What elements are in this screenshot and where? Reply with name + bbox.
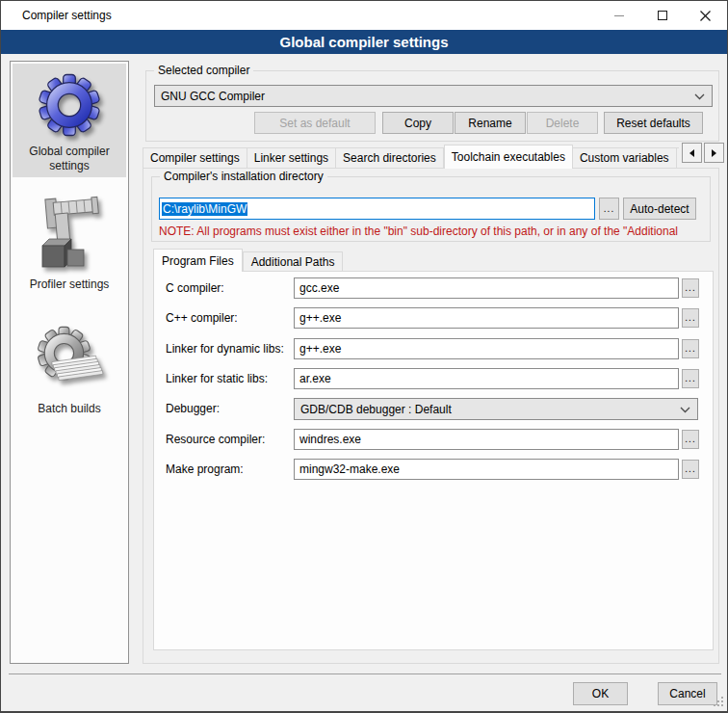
maximize-icon bbox=[658, 11, 667, 20]
reset-defaults-button[interactable]: Reset defaults bbox=[604, 112, 703, 134]
tab-additional-paths[interactable]: Additional Paths bbox=[243, 251, 344, 272]
minimize-button[interactable] bbox=[597, 1, 640, 30]
sidebar-item-global-compiler-settings[interactable]: Global compiler settings bbox=[13, 64, 126, 177]
selected-compiler-legend: Selected compiler bbox=[154, 64, 253, 77]
tab-compiler-settings[interactable]: Compiler settings bbox=[143, 147, 247, 169]
make-program-browse-button[interactable]: ... bbox=[682, 460, 699, 479]
close-icon bbox=[700, 11, 711, 21]
maximize-button[interactable] bbox=[640, 1, 684, 30]
sidebar-item-label: Profiler settings bbox=[13, 277, 126, 292]
resource-compiler-input[interactable] bbox=[294, 429, 679, 450]
cpp-compiler-browse-button[interactable]: ... bbox=[682, 308, 699, 328]
debugger-select-value: GDB/CDB debugger : Default bbox=[300, 403, 452, 416]
make-program-input[interactable] bbox=[294, 459, 679, 480]
compiler-select-value: GNU GCC Compiler bbox=[161, 90, 265, 103]
tab-toolchain-executables[interactable]: Toolchain executables bbox=[444, 145, 573, 169]
chevron-down-icon bbox=[680, 407, 690, 413]
tab-linker-settings[interactable]: Linker settings bbox=[247, 147, 336, 169]
title-bar[interactable]: Compiler settings bbox=[1, 1, 727, 30]
compiler-settings-dialog: Compiler settings Global compiler settin… bbox=[0, 0, 728, 713]
debugger-select[interactable]: GDB/CDB debugger : Default bbox=[294, 398, 698, 420]
installation-directory-group: Compiler's installation directory C:\ray… bbox=[151, 176, 711, 242]
copy-button[interactable]: Copy bbox=[382, 112, 454, 134]
c-compiler-label: C compiler: bbox=[166, 281, 224, 295]
cpp-compiler-label: C++ compiler: bbox=[166, 311, 238, 325]
tab-search-directories[interactable]: Search directories bbox=[336, 147, 444, 169]
cpp-compiler-input[interactable] bbox=[294, 307, 679, 329]
c-compiler-browse-button[interactable]: ... bbox=[682, 278, 699, 298]
minimize-icon bbox=[614, 15, 624, 16]
dynamic-linker-browse-button[interactable]: ... bbox=[682, 339, 699, 358]
tab-custom-variables[interactable]: Custom variables bbox=[573, 147, 677, 169]
compiler-select[interactable]: GNU GCC Compiler bbox=[154, 85, 713, 107]
page-title: Global compiler settings bbox=[1, 30, 727, 54]
static-linker-label: Linker for static libs: bbox=[166, 372, 268, 385]
sidebar-item-label: Batch builds bbox=[13, 402, 126, 416]
footer-divider bbox=[9, 673, 721, 674]
sidebar-item-label: Global compiler settings bbox=[13, 145, 126, 173]
cancel-button[interactable]: Cancel bbox=[658, 682, 717, 705]
chevron-down-icon bbox=[694, 93, 705, 100]
gear-paper-stack-icon bbox=[34, 322, 105, 399]
static-linker-browse-button[interactable]: ... bbox=[682, 369, 699, 388]
tab-scroll-left-button[interactable] bbox=[682, 143, 702, 163]
sidebar-item-profiler-settings[interactable]: Profiler settings bbox=[13, 187, 126, 292]
settings-category-list: Global compiler settings Profiler settin… bbox=[10, 61, 129, 664]
arrow-right-icon bbox=[712, 149, 716, 157]
selected-compiler-group: Selected compiler GNU GCC Compiler Set a… bbox=[145, 70, 719, 142]
resource-compiler-label: Resource compiler: bbox=[166, 433, 265, 446]
arrow-left-icon bbox=[689, 149, 694, 157]
compiler-settings-tabs: Compiler settings Linker settings Search… bbox=[143, 145, 679, 169]
sidebar-item-batch-builds[interactable]: Batch builds bbox=[13, 317, 126, 416]
delete-button[interactable]: Delete bbox=[527, 112, 598, 134]
window-controls bbox=[597, 1, 727, 30]
close-button[interactable] bbox=[684, 1, 727, 30]
debugger-label: Debugger: bbox=[166, 402, 220, 415]
dynamic-linker-input[interactable] bbox=[294, 338, 679, 359]
browse-directory-button[interactable]: ... bbox=[599, 198, 619, 220]
installation-directory-legend: Compiler's installation directory bbox=[160, 170, 327, 183]
selected-path-text: C:\raylib\MinGW bbox=[162, 202, 247, 216]
set-as-default-button[interactable]: Set as default bbox=[254, 112, 376, 134]
window-title: Compiler settings bbox=[22, 9, 112, 22]
bin-subdirectory-note: NOTE: All programs must exist either in … bbox=[159, 224, 706, 238]
auto-detect-button[interactable]: Auto-detect bbox=[623, 198, 696, 220]
tab-scroll-right-button[interactable] bbox=[704, 143, 724, 163]
static-linker-input[interactable] bbox=[294, 368, 679, 389]
dynamic-linker-label: Linker for dynamic libs: bbox=[166, 342, 284, 356]
tab-program-files[interactable]: Program Files bbox=[153, 249, 243, 272]
resource-compiler-browse-button[interactable]: ... bbox=[682, 430, 699, 449]
make-program-label: Make program: bbox=[166, 462, 244, 476]
toolchain-subtabs: Program Files Additional Paths bbox=[153, 249, 343, 272]
installation-directory-input[interactable]: C:\raylib\MinGW bbox=[159, 198, 595, 220]
c-compiler-input[interactable] bbox=[294, 277, 679, 299]
tab-build-options[interactable]: Build options bbox=[677, 147, 679, 169]
rename-button[interactable]: Rename bbox=[455, 112, 526, 134]
program-files-page: C compiler: ... C++ compiler: ... Linker… bbox=[153, 271, 714, 650]
resize-grip[interactable] bbox=[714, 697, 724, 707]
caliper-icon bbox=[35, 192, 104, 275]
ok-button[interactable]: OK bbox=[573, 682, 628, 705]
blue-gear-icon bbox=[35, 68, 104, 142]
